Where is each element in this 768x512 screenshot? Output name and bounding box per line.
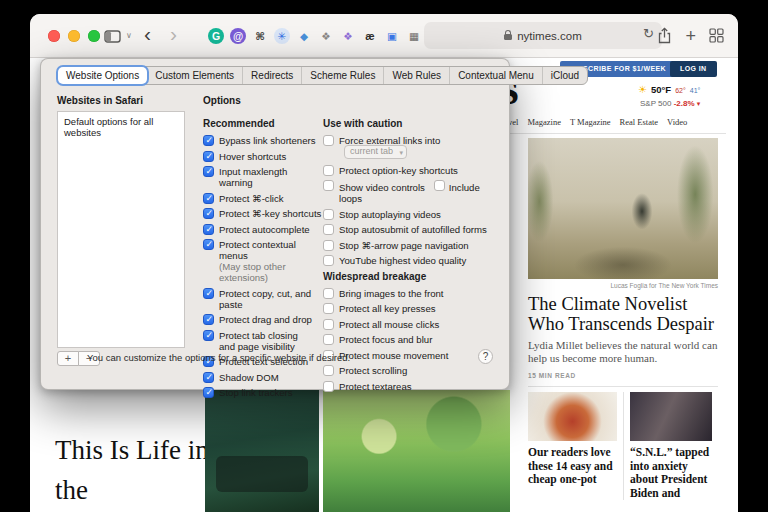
checkbox[interactable] xyxy=(323,209,334,220)
option-row[interactable]: Protect all mouse clicks xyxy=(323,319,501,330)
at-extension-icon[interactable]: @ xyxy=(230,28,246,44)
checkbox[interactable] xyxy=(203,239,214,250)
checkbox[interactable] xyxy=(203,314,214,325)
checkbox[interactable] xyxy=(203,387,214,398)
diamond-extension-icon[interactable]: ◆ xyxy=(296,28,312,44)
checkbox[interactable] xyxy=(203,151,214,162)
nav-item[interactable]: T Magazine xyxy=(570,117,611,127)
blue-square-extension-icon[interactable]: ▣ xyxy=(384,28,400,44)
settings-tab[interactable]: Website Options xyxy=(58,67,147,84)
websites-list[interactable]: Default options for all websites xyxy=(57,111,185,348)
new-tab-icon[interactable]: + xyxy=(685,29,696,44)
checkbox[interactable] xyxy=(323,319,334,330)
share-icon[interactable] xyxy=(657,27,672,48)
option-row[interactable]: Hover shortcuts xyxy=(203,151,323,162)
address-bar[interactable]: nytimes.com ↻ xyxy=(424,22,662,49)
option-row[interactable]: YouTube highest video quality xyxy=(323,255,501,266)
checkbox[interactable] xyxy=(203,208,214,219)
option-row[interactable]: Stop autosubmit of autofilled forms xyxy=(323,224,501,235)
checkbox[interactable] xyxy=(323,334,334,345)
settings-tab[interactable]: Custom Elements xyxy=(147,67,243,84)
checkbox[interactable] xyxy=(323,255,334,266)
checkbox[interactable] xyxy=(323,288,334,299)
calculator-extension-icon[interactable]: ▦ xyxy=(406,28,422,44)
option-row[interactable]: Protect ⌘-key shortcuts xyxy=(203,208,323,219)
checkbox[interactable] xyxy=(323,365,334,376)
secondary-headline[interactable]: This Is Life in the Me xyxy=(55,430,230,512)
option-row[interactable]: Force external links intocurrent tab xyxy=(323,135,501,160)
settings-tab[interactable]: Web Rules xyxy=(384,67,450,84)
website-item[interactable]: Default options for all websites xyxy=(58,112,184,142)
zoom-button[interactable] xyxy=(88,30,100,42)
settings-tab[interactable]: Contextual Menu xyxy=(450,67,543,84)
stopthemadness-icon[interactable]: ✳ xyxy=(274,28,290,44)
add-website-button[interactable]: + xyxy=(57,351,79,366)
checkbox[interactable] xyxy=(203,135,214,146)
article-teaser[interactable]: “S.N.L.” tapped into anxiety about Presi… xyxy=(623,392,712,500)
option-row[interactable]: Protect contextual menus (May stop other… xyxy=(203,239,323,283)
option-row[interactable]: Input maxlength warning xyxy=(203,166,323,188)
checkbox[interactable] xyxy=(323,224,334,235)
nav-item[interactable]: Magazine xyxy=(527,117,561,127)
settings-tab[interactable]: Scheme Rules xyxy=(302,67,384,84)
option-row[interactable]: Bypass link shorteners xyxy=(203,135,323,146)
article-teaser[interactable]: Our readers love these 14 easy and cheap… xyxy=(528,392,617,500)
checkbox[interactable] xyxy=(323,240,334,251)
option-row[interactable]: Protect autocomplete xyxy=(203,224,323,235)
checkbox[interactable] xyxy=(323,381,334,392)
market-widget[interactable]: S&P 500 -2.8% ▾ xyxy=(640,99,700,108)
option-row[interactable]: Bring images to the front xyxy=(323,288,501,299)
checkbox[interactable] xyxy=(323,303,334,314)
checkbox[interactable] xyxy=(203,166,214,177)
settings-tab[interactable]: iCloud xyxy=(543,67,587,84)
forward-button[interactable]: › xyxy=(170,22,177,46)
checkbox[interactable] xyxy=(323,135,334,146)
close-button[interactable] xyxy=(48,30,60,42)
nav-item[interactable]: Real Estate xyxy=(620,117,658,127)
checkbox[interactable] xyxy=(203,193,214,204)
refresh-icon[interactable]: ↻ xyxy=(643,26,654,41)
option-row[interactable]: Protect scrolling xyxy=(323,365,501,376)
option-row[interactable]: Stop link trackers xyxy=(203,387,323,398)
link-target-dropdown[interactable]: current tab xyxy=(344,145,407,159)
option-row[interactable]: Stop ⌘-arrow page navigation xyxy=(323,240,501,251)
weather-widget[interactable]: ☀ 50°F 62° 41° xyxy=(638,84,700,95)
article-image-game-left[interactable] xyxy=(205,390,319,512)
option-row[interactable]: Protect all key presses xyxy=(323,303,501,314)
purple-shield-extension-icon[interactable]: ❖ xyxy=(340,28,356,44)
checkbox[interactable] xyxy=(323,180,334,191)
option-row[interactable]: Stop autoplaying videos xyxy=(323,209,501,220)
option-row[interactable]: Shadow DOM xyxy=(203,372,323,383)
option-row[interactable]: Protect tab closing and page visibility xyxy=(203,330,323,352)
option-row[interactable]: Protect textareas xyxy=(323,381,501,392)
sidebar-icon[interactable] xyxy=(104,29,121,47)
grammarly-icon[interactable]: G xyxy=(208,28,224,44)
checkbox[interactable] xyxy=(323,165,334,176)
settings-tab[interactable]: Redirects xyxy=(243,67,302,84)
back-button[interactable]: ‹ xyxy=(144,22,151,46)
checkbox[interactable] xyxy=(203,224,214,235)
option-row[interactable]: Protect focus and blur xyxy=(323,334,501,345)
option-row[interactable]: Protect option-key shortcuts xyxy=(323,165,501,176)
command-extension-icon[interactable]: ⌘ xyxy=(252,28,268,44)
checkbox[interactable] xyxy=(203,372,214,383)
article-headline[interactable]: The Climate Novelist Who Transcends Desp… xyxy=(528,294,718,334)
lock-icon xyxy=(504,34,512,40)
option-row[interactable]: Show video controlsInclude loops xyxy=(323,180,501,204)
shield-extension-icon[interactable]: ❖ xyxy=(318,28,334,44)
help-button[interactable]: ? xyxy=(478,349,493,364)
minimize-button[interactable] xyxy=(68,30,80,42)
checkbox[interactable] xyxy=(434,180,445,191)
nav-item[interactable]: Video xyxy=(667,117,687,127)
ae-extension-icon[interactable]: æ xyxy=(362,28,378,44)
option-row[interactable]: Protect drag and drop xyxy=(203,314,323,325)
chevron-down-icon[interactable]: ∨ xyxy=(126,31,132,40)
option-row[interactable]: Protect ⌘-click xyxy=(203,193,323,204)
option-row[interactable]: Protect copy, cut, and paste xyxy=(203,288,323,310)
checkbox[interactable] xyxy=(203,330,214,341)
article-image-game-right[interactable] xyxy=(323,390,510,512)
login-button[interactable]: LOG IN xyxy=(670,61,717,77)
article-image[interactable] xyxy=(528,138,718,279)
tab-overview-icon[interactable] xyxy=(709,28,724,47)
checkbox[interactable] xyxy=(203,288,214,299)
